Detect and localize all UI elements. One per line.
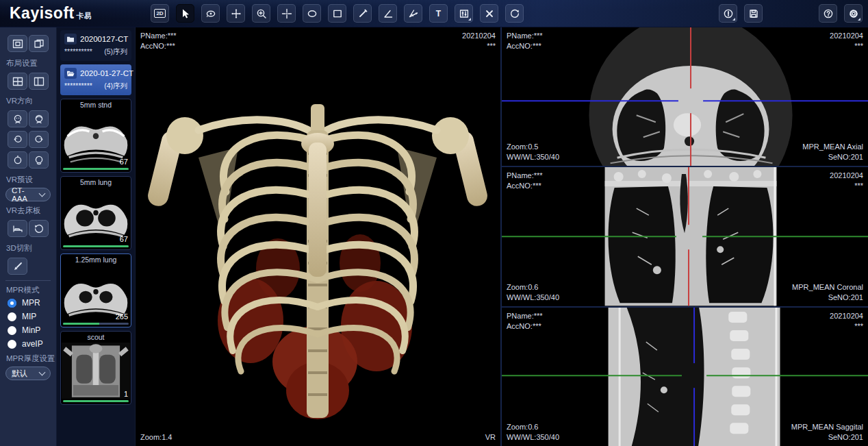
layout-single-button[interactable] xyxy=(8,35,27,52)
folder-closed-icon xyxy=(64,34,77,45)
ellipse-roi-button[interactable] xyxy=(303,4,321,23)
series-thumb-scout[interactable]: scout 1 xyxy=(60,331,131,405)
mpr-mode-label: MPR模式 xyxy=(0,282,56,296)
text-tool-icon: T xyxy=(436,9,441,18)
layout-split-icon xyxy=(34,77,44,86)
mpr-thickness-value: 默认 xyxy=(12,369,27,379)
study-item-2[interactable]: 2020-01-27-CT ********** (4)序列 xyxy=(60,64,131,95)
mpr-thickness-label: MPR厚度设置 xyxy=(0,351,56,364)
layout-grid-button[interactable] xyxy=(8,73,27,90)
info-button[interactable] xyxy=(719,4,737,23)
pencil-measure-icon xyxy=(357,8,368,19)
mpr-mode-option-minp[interactable]: MinP xyxy=(0,323,56,337)
folder-open-icon xyxy=(64,68,77,79)
bed-reset-button[interactable] xyxy=(29,220,49,237)
mpr-patient-overlay: PName:***AccNO:*** xyxy=(507,311,543,332)
crosshair-icon xyxy=(281,8,292,19)
layout-split-button[interactable] xyxy=(29,73,49,90)
angle-tool-button[interactable] xyxy=(379,4,397,23)
instance-number: 67 xyxy=(120,158,128,166)
toolbar-utility-group xyxy=(719,4,763,23)
thumb-image: 67 xyxy=(62,110,130,166)
undo-rotate-icon xyxy=(34,223,44,234)
help-button[interactable] xyxy=(819,4,837,23)
head-front-icon xyxy=(12,114,23,125)
mpr-sagittal-viewport[interactable]: PName:***AccNO:*** 20210204*** Zoom:0.6W… xyxy=(502,308,868,446)
layout-report-icon xyxy=(34,39,44,49)
window-level-icon xyxy=(459,8,470,19)
load-progress xyxy=(63,400,129,402)
cobb-angle-button[interactable] xyxy=(404,4,422,23)
mpr-date-overlay: 20210204*** xyxy=(830,31,863,51)
mpr-coronal-viewport[interactable]: PName:***AccNO:*** 20210204*** Zoom:0.6W… xyxy=(502,167,868,306)
study-item-1[interactable]: 20200127-CT ********** (5)序列 xyxy=(60,30,131,61)
cursor-tool-button[interactable] xyxy=(176,4,194,23)
delete-annotation-button[interactable] xyxy=(480,4,498,23)
vr-preset-value: CT-AAA xyxy=(12,186,40,203)
viewer-app: Kayisoft 卡易 2D xyxy=(0,0,868,446)
reset-icon xyxy=(509,8,520,19)
vr-orient-anterior-button[interactable] xyxy=(8,110,27,127)
vr-mode-overlay: VR xyxy=(485,432,496,443)
toolbar-tools-group: 2D xyxy=(151,4,524,23)
vr-preset-label: VR预设 xyxy=(0,172,56,186)
vr-zoom-overlay: Zoom:1.4 xyxy=(140,432,172,443)
vr-orient-right-button[interactable] xyxy=(29,131,49,148)
rect-roi-button[interactable] xyxy=(328,4,346,23)
thumb-image: 67 xyxy=(62,188,130,244)
instance-number: 67 xyxy=(120,235,128,243)
settings-button[interactable] xyxy=(844,4,863,23)
text-annotation-button[interactable]: T xyxy=(429,4,448,23)
layout-report-button[interactable] xyxy=(29,35,49,52)
vr-orient-inferior-button[interactable] xyxy=(29,151,49,169)
masked-patient-id: ********** xyxy=(64,47,92,57)
zoom-icon xyxy=(256,8,267,19)
zoom-tool-button[interactable] xyxy=(252,4,270,23)
pan-tool-button[interactable] xyxy=(227,4,245,23)
mpr-column: PName:***AccNO:*** 20210204*** Zoom:0.5W… xyxy=(502,27,868,446)
cut-3d-button[interactable] xyxy=(8,258,27,275)
mpr-thickness-select[interactable]: 默认 xyxy=(5,367,51,380)
vr-direction-label: VR方向 xyxy=(0,93,56,107)
mpr-patient-overlay: PName:***AccNO:*** xyxy=(507,31,543,51)
crosshair-tool-button[interactable] xyxy=(277,4,296,23)
close-x-icon xyxy=(484,8,495,19)
mpr-mode-option-aveip[interactable]: aveIP xyxy=(0,337,56,351)
switch-2d-button[interactable]: 2D xyxy=(151,4,169,23)
reset-view-button[interactable] xyxy=(505,4,524,23)
vr-orient-superior-button[interactable] xyxy=(8,151,27,169)
series-count: (4)序列 xyxy=(104,82,127,91)
vr-orient-left-button[interactable] xyxy=(8,131,27,148)
layout-grid-icon xyxy=(12,77,23,86)
vr-viewport[interactable]: PName:***AccNO:*** 20210204*** Zoom:1.4 … xyxy=(136,27,502,446)
logo-text: Kayisoft xyxy=(10,4,75,23)
vr-preset-select[interactable]: CT-AAA xyxy=(5,188,51,201)
measure-line-button[interactable] xyxy=(353,4,372,23)
radio-icon xyxy=(8,312,16,321)
mpr-mode-option-mip[interactable]: MIP xyxy=(0,310,56,323)
series-thumb-125mm-lung[interactable]: 1.25mm lung 265 xyxy=(60,253,131,327)
vr-orient-posterior-button[interactable] xyxy=(29,110,49,127)
mpr-zoom-overlay: Zoom:0.6WW/WL:350/40 xyxy=(507,422,559,443)
radio-checked-icon xyxy=(8,299,16,308)
vr-bed-label: VR去床板 xyxy=(0,203,56,216)
rotate-3d-button[interactable] xyxy=(201,4,220,23)
load-progress xyxy=(63,168,129,170)
remove-bed-button[interactable] xyxy=(8,220,27,237)
head-right-icon xyxy=(34,134,44,145)
mpr-axial-viewport[interactable]: PName:***AccNO:*** 20210204*** Zoom:0.5W… xyxy=(502,27,868,166)
series-thumb-5mm-stnd[interactable]: 5mm stnd 67 xyxy=(60,99,131,173)
series-thumb-5mm-lung[interactable]: 5mm lung 67 xyxy=(60,176,131,250)
rectangle-icon xyxy=(332,8,343,19)
save-button[interactable] xyxy=(744,4,763,23)
sidebar-divider xyxy=(5,280,51,281)
vr-patient-overlay: PName:***AccNO:*** xyxy=(140,31,177,51)
head-bottom-icon xyxy=(34,155,44,166)
ellipse-icon xyxy=(307,8,318,19)
window-level-button[interactable] xyxy=(455,4,473,23)
help-icon xyxy=(823,8,834,19)
gear-icon xyxy=(848,8,859,19)
mpr-mode-option-mpr[interactable]: MPR xyxy=(0,296,56,310)
radio-icon xyxy=(8,340,16,349)
2d-icon: 2D xyxy=(154,9,165,18)
